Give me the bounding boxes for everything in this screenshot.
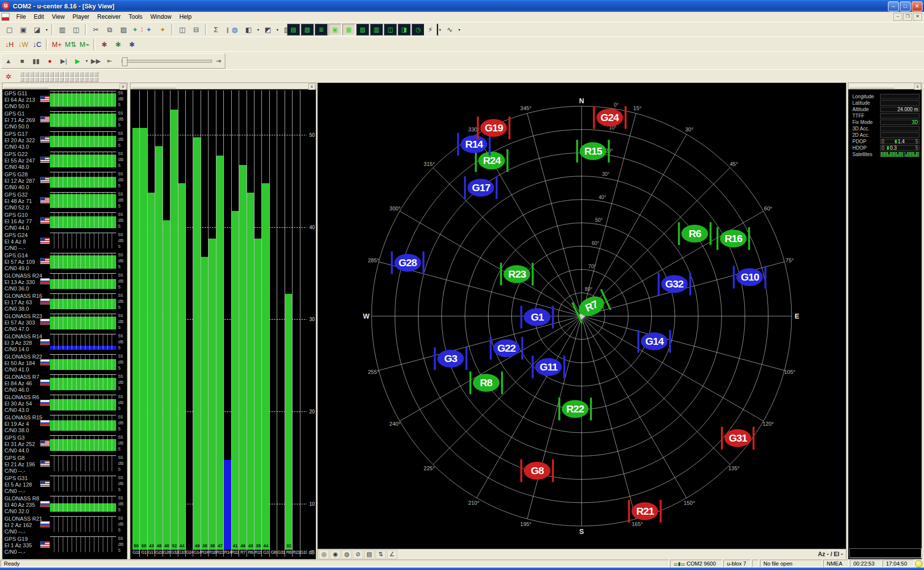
play-button-dropdown[interactable]: ▾ [84,59,89,63]
save-icon[interactable]: ▣ [17,24,30,36]
table-console-icon[interactable]: ▥ [370,24,383,36]
satellite-wing-icon [520,306,522,328]
maximize-button[interactable]: □ [900,1,911,11]
menu-help[interactable]: Help [175,12,196,21]
convert-kml-icon[interactable]: ✦ [142,24,155,36]
world-view-icon[interactable]: ◍ [341,550,352,559]
menu-player[interactable]: Player [69,12,93,21]
google-earth-icon[interactable]: ◍ [228,24,241,36]
record-button[interactable]: ● [43,55,57,68]
gnss-config-icon[interactable]: ✱ [126,39,138,50]
print-preview-icon[interactable]: ◫ [70,24,83,36]
chart-view-icon-dropdown[interactable]: ▾ [275,28,280,32]
info-label: HDOP [852,145,867,151]
cn0-bar [163,220,170,550]
message-add-icon[interactable]: M+ [50,39,63,50]
sky-satellite-marker-g31: G31 [721,427,755,449]
close-button[interactable]: ✕ [912,1,923,11]
skip-start-button[interactable]: ⇤ [103,55,117,68]
waveform-icon[interactable]: ∿ [443,24,456,36]
satellite-slot [69,72,74,77]
panel-grip[interactable] [850,85,894,88]
child-close-button[interactable]: ✕ [913,13,922,21]
flag-icon-us [40,217,50,224]
chart-value-label: 40 [163,543,170,550]
cut-icon[interactable]: ✂ [89,24,102,36]
child-minimize-button[interactable]: – [893,13,902,21]
minimize-button[interactable]: – [888,1,899,11]
satellite-cn0: C/N0 41.0 [4,366,29,373]
hide-unused-icon[interactable]: ⊘ [353,550,363,559]
convert-gpx-icon[interactable]: ✦ [156,24,169,36]
docking-bars-icon[interactable]: ✲ [2,71,15,82]
row-scale-labels: 55dB5 [118,272,128,292]
playback-slider-thumb[interactable] [122,57,127,66]
stop-button[interactable]: ■ [15,55,29,68]
packet-console-icon[interactable]: ▤ [287,24,300,36]
play-button[interactable]: ▶ [71,55,84,68]
chart-view-icon[interactable]: ◩ [261,24,274,36]
menu-edit[interactable]: Edit [30,12,48,21]
configuration-view-icon[interactable]: ▩ [342,24,355,36]
receiver-toolbar: ↓H↓W↓CM+M⇅M⌁✱✱✱ [0,37,924,52]
satellite-id-label: G14 [641,332,668,350]
deviation-map-icon[interactable]: ◨ [398,24,411,36]
signal-chart-close-icon[interactable]: x [308,83,315,90]
messages-view-icon[interactable]: ▣ [329,24,341,36]
map-view-icon-dropdown[interactable]: ▾ [256,28,260,32]
panel-grip[interactable] [4,85,48,88]
signal-history-bar [50,91,116,107]
map-view-icon[interactable]: ◧ [242,24,255,36]
info-value [880,94,920,99]
cold-start-icon[interactable]: ↓C [31,39,43,50]
camera-view-icon[interactable]: ◫ [384,24,397,36]
row-scale-labels: 55dB5 [118,373,128,394]
message-send-icon[interactable]: M⌁ [78,39,91,50]
eject-button[interactable]: ▲ [1,55,15,68]
connection-icon-dropdown[interactable]: ▾ [438,28,442,32]
split-vertical-icon[interactable]: ⊟ [190,24,203,36]
menu-receiver[interactable]: Receiver [93,12,125,21]
copy-icon[interactable]: ⧉ [103,24,116,36]
connection-icon[interactable]: ⚡ [424,24,437,36]
dot-view-icon[interactable]: ◉ [330,550,340,559]
step-button[interactable]: ▶| [57,55,71,68]
statistic-view-icon[interactable]: ▨ [356,24,369,36]
satellite-wing-icon [469,371,471,394]
menu-window[interactable]: Window [146,12,175,21]
sort-icon[interactable]: ⇅ [376,550,386,559]
clock-view-icon[interactable]: ◷ [412,24,424,36]
firmware-package-icon[interactable]: ✱ [98,39,111,50]
warm-start-icon[interactable]: ↓W [17,39,30,50]
panel-grip[interactable] [132,85,176,88]
skip-end-button[interactable]: ⇥ [212,55,225,68]
convert-ubx-icon[interactable]: ✦ [128,24,141,36]
data-panel-close-icon[interactable]: x [914,83,921,90]
menu-file[interactable]: File [12,12,30,21]
menu-tools[interactable]: Tools [125,12,146,21]
satellite-level-bar [909,152,910,157]
menu-view[interactable]: View [48,12,69,21]
satellite-list-close-icon[interactable]: x [120,83,126,90]
satellite-row: GLONASS R6El 30 Az 54C/N0 43.055dB5 [2,394,128,414]
fast-forward-button[interactable]: ▶▶ [89,55,103,68]
menu-bar: FileEditViewPlayerReceiverToolsWindowHel… [0,12,924,22]
sum-icon[interactable]: Σ [210,24,222,36]
message-poll-icon[interactable]: M⇅ [64,39,77,50]
pause-button[interactable]: ▮▮ [29,55,43,68]
open-file-icon-dropdown[interactable]: ▾ [44,28,49,32]
new-file-icon[interactable]: ▢ [3,24,16,36]
text-console-icon[interactable]: ≣ [315,24,328,36]
print-icon[interactable]: ▥ [56,24,69,36]
child-restore-button[interactable]: ❐ [903,13,912,21]
open-file-icon[interactable]: ◪ [31,24,43,36]
polar-view-icon[interactable]: ◎ [319,550,329,559]
binary-console-icon[interactable]: ▧ [301,24,314,36]
list-view-icon[interactable]: ▤ [364,550,375,559]
angle-icon[interactable]: ∠ [387,550,397,559]
playback-slider[interactable] [122,60,212,63]
split-horizontal-icon[interactable]: ◫ [176,24,189,36]
hot-start-icon[interactable]: ↓H [3,39,16,50]
flash-package-icon[interactable]: ✱ [112,39,125,50]
waveform-icon-dropdown[interactable]: ▾ [457,28,462,32]
